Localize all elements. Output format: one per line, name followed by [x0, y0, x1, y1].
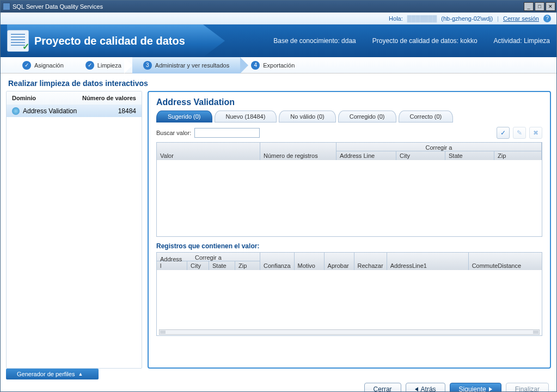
triangle-left-icon [415, 387, 418, 391]
results-panel: Address Validation Sugerido (0) Nuevo (1… [148, 91, 551, 369]
tab-corrected[interactable]: Corregido (0) [338, 111, 396, 122]
col-addressline1[interactable]: AddressLine1 [390, 262, 465, 269]
spellcheck-button[interactable]: ✓ [497, 127, 510, 139]
records-grid-body[interactable] [157, 270, 542, 335]
tab-new[interactable]: Nuevo (18484) [215, 111, 277, 122]
col-rechazar[interactable]: Rechazar [358, 262, 383, 269]
step-export[interactable]: 4 Exportación [240, 57, 305, 74]
next-button[interactable]: Siguiente [450, 383, 501, 392]
col-commute[interactable]: CommuteDistance [472, 262, 538, 269]
page-banner: Proyecto de calidad de datos Base de con… [1, 24, 556, 57]
domain-count: 18484 [118, 107, 136, 115]
help-icon[interactable]: ? [543, 15, 551, 22]
col-registros[interactable]: Número de registros [264, 152, 333, 159]
maximize-button[interactable]: □ [535, 2, 544, 11]
work-area: Dominio Número de valores Address Valida… [1, 91, 556, 369]
horizontal-scrollbar[interactable] [159, 329, 540, 335]
wizard-steps: Asignación Limpieza 3 Administrar y ver … [1, 57, 556, 74]
reject-all-button[interactable]: ✖ [529, 127, 542, 139]
step-assignment[interactable]: Asignación [11, 57, 75, 74]
col-state[interactable]: State [449, 152, 491, 159]
domain-name: Address Validation [23, 107, 118, 115]
chevron-up-icon: ▲ [78, 371, 83, 377]
value-count-column-header: Número de valores [82, 95, 136, 101]
kb-info: Base de conocimiento: ddaa [273, 37, 356, 45]
close-button[interactable]: Cerrar [364, 383, 401, 392]
close-window-button[interactable]: ✕ [546, 2, 555, 11]
triangle-right-icon [489, 387, 492, 391]
search-input[interactable] [194, 128, 260, 138]
greeting-label: Hola: [389, 15, 403, 22]
minimize-button[interactable]: _ [524, 2, 534, 11]
step-number-icon: 4 [251, 61, 260, 70]
domain-list-panel: Dominio Número de valores Address Valida… [6, 91, 142, 369]
profiler-toggle[interactable]: Generador de perfiles ▲ [6, 369, 99, 379]
app-icon [3, 3, 10, 10]
col-zip[interactable]: Zip [498, 152, 538, 159]
page-title: Proyecto de calidad de datos [34, 35, 185, 47]
col-city2[interactable]: City [191, 262, 205, 269]
tab-invalid[interactable]: No válido (0) [279, 111, 335, 122]
col-state2[interactable]: State [212, 262, 231, 269]
project-icon [7, 30, 29, 52]
search-label: Buscar valor: [156, 130, 191, 136]
result-tabs: Sugerido (0) Nuevo (18484) No válido (0)… [156, 111, 542, 122]
col-address-line[interactable]: Address Line [340, 152, 393, 159]
user-name-redacted: ███████ [407, 15, 437, 22]
step-manage-results[interactable]: 3 Administrar y ver resultados [132, 57, 240, 74]
finish-button: Finalizar [506, 383, 549, 392]
panel-heading: Address Validation [156, 97, 542, 107]
activity-info: Actividad: Limpieza [494, 37, 550, 45]
domain-row-address-validation[interactable]: Address Validation 18484 [7, 105, 142, 117]
top-info-strip: Hola: ███████ (hb-gzheng-02\wdj) | Cerra… [1, 13, 556, 24]
col-address[interactable]: Address l [160, 256, 183, 269]
title-bar: SQL Server Data Quality Services _ □ ✕ [1, 1, 556, 13]
window-title: SQL Server Data Quality Services [13, 3, 103, 10]
values-grid: Valor Número de registros Corregir a Add… [156, 142, 542, 237]
tab-correct[interactable]: Correcto (0) [399, 111, 454, 122]
step-number-icon: 3 [143, 61, 152, 70]
approve-all-button[interactable]: ✎ [513, 127, 526, 139]
domain-column-header: Dominio [12, 95, 82, 101]
col-aprobar[interactable]: Aprobar [328, 262, 351, 269]
col-confianza[interactable]: Confianza [264, 262, 291, 269]
check-icon [22, 61, 31, 70]
tab-suggested[interactable]: Sugerido (0) [156, 111, 212, 122]
section-subtitle: Realizar limpieza de datos interactivos [1, 74, 556, 91]
col-city[interactable]: City [400, 152, 442, 159]
globe-icon [12, 107, 20, 115]
col-zip2[interactable]: Zip [238, 262, 256, 269]
check-icon [85, 61, 94, 70]
host-label: (hb-gzheng-02\wdj) [441, 15, 493, 22]
values-grid-body[interactable] [157, 160, 542, 236]
separator: | [497, 15, 499, 22]
col-valor[interactable]: Valor [160, 152, 256, 159]
col-group-corregir: Corregir a [336, 144, 541, 151]
col-motivo[interactable]: Motivo [298, 262, 321, 269]
back-button[interactable]: Atrás [406, 383, 445, 392]
logout-link[interactable]: Cerrar sesión [503, 15, 539, 22]
records-section-label: Registros que contienen el valor: [156, 242, 542, 250]
project-info: Proyecto de calidad de datos: kokko [372, 37, 478, 45]
records-grid: Corregir a Address l City State Zip Conf… [156, 252, 542, 336]
wizard-footer: Cerrar Atrás Siguiente Finalizar [1, 383, 556, 392]
